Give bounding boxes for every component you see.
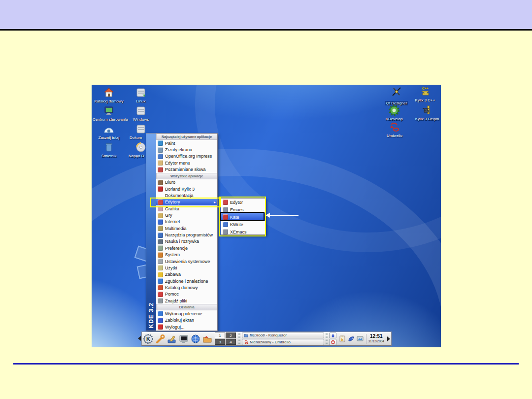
- desktop-icon-label: Linux: [125, 99, 157, 103]
- pencil-desk-icon: [167, 334, 177, 344]
- desktop-icon-linux[interactable]: Linux: [125, 87, 157, 103]
- desktop-icon-smietnik[interactable]: Śmietnik: [93, 141, 125, 158]
- trash-icon: [103, 141, 115, 153]
- kmenu-sidebar-label: KDE 3.2: [148, 300, 155, 331]
- desktop-access-button[interactable]: [166, 333, 177, 345]
- submenu-item-label: Kate: [230, 215, 239, 220]
- help-icon: [158, 292, 163, 297]
- umbrello-icon: [244, 340, 248, 344]
- kmenu-item-dokumentacja[interactable]: Dokumentacja: [156, 192, 217, 199]
- annotation-arrow: [270, 215, 299, 216]
- kmenu-item-edytory[interactable]: Edytory▸: [156, 199, 217, 205]
- kmenu-item-label: Katalog domowy: [165, 285, 198, 290]
- kmenu-item-katalog-domowy[interactable]: Katalog domowy: [156, 284, 217, 291]
- graphics-icon: [158, 206, 163, 211]
- logout-button[interactable]: [329, 339, 336, 345]
- desktop-icon-umbrello[interactable]: Umbrello: [378, 121, 411, 138]
- kmenu-item-grafika[interactable]: Grafika: [156, 205, 217, 212]
- konqueror-button[interactable]: [190, 333, 201, 345]
- lock-screen-button[interactable]: [329, 332, 336, 339]
- kmenu-button[interactable]: K: [143, 333, 154, 345]
- home-folder-button[interactable]: [202, 333, 213, 345]
- kmenu-item-pomoc[interactable]: Pomoc: [156, 291, 217, 298]
- desktop-icon-kylix3-delphi[interactable]: Kylix 3 Delphi: [411, 104, 441, 121]
- desktop-icon-kylix3-cpp[interactable]: C++ Kylix 3 C++: [409, 86, 441, 102]
- display-settings-icon[interactable]: [356, 335, 364, 343]
- hard-drive-icon: [135, 105, 147, 117]
- pager-desktop-2[interactable]: 2: [226, 332, 236, 338]
- kmenu-item-impress[interactable]: OpenOffice.org Impress: [156, 153, 217, 160]
- panel-hide-left-arrow[interactable]: [138, 336, 141, 341]
- submenu-item-xemacs[interactable]: XEmacs: [221, 228, 266, 235]
- kmenu-item-preferencje[interactable]: Preferencje: [156, 245, 217, 251]
- task-button-konqueror[interactable]: file:/root/ - Konqueror: [242, 332, 324, 339]
- kmenu-item-zgubione-i-znalezione[interactable]: Zgubione i znalezione: [156, 278, 217, 284]
- submenu-item-emacs[interactable]: Emacs: [221, 206, 266, 213]
- applet-handle[interactable]: [238, 333, 240, 345]
- kmenu-item-wyloguj[interactable]: Wyloguj...: [156, 324, 217, 330]
- panel-hide-right-arrow[interactable]: [387, 336, 390, 341]
- umbrella-figure-icon: [389, 121, 400, 133]
- kwrite-icon: [223, 222, 228, 227]
- kmenu-item-wykonaj-polecenie[interactable]: Wykonaj polecenie...: [156, 310, 217, 317]
- desktop-icon-label: Umbrello: [378, 133, 411, 138]
- desktop-icon-label: Kylix 3 Delphi: [411, 117, 441, 121]
- editors-icon: [158, 200, 163, 205]
- klipper-icon[interactable]: k: [338, 335, 346, 343]
- dvd-disc-icon: [135, 141, 147, 153]
- kmenu-item-uzytki[interactable]: Użytki: [156, 265, 217, 271]
- session-buttons: [329, 332, 336, 345]
- kmenu-item-narzedzia-programistow[interactable]: Narzędzia programistów: [156, 232, 217, 238]
- desktop-icon-windows[interactable]: Windows: [125, 105, 157, 122]
- desktop-icon-label: KDevelop: [378, 117, 410, 121]
- kmenu-item-biuro[interactable]: Biuro: [156, 179, 217, 186]
- kmenu-item-label: Wyloguj...: [165, 325, 184, 330]
- panel-clock[interactable]: 12:51 31/12/2004: [366, 334, 386, 344]
- kmenu-item-gry[interactable]: Gry: [156, 212, 217, 218]
- kmenu-item-internet[interactable]: Internet: [156, 219, 217, 225]
- toys-icon: [158, 272, 163, 277]
- kmenu-item-label: Zrzuty ekranu: [165, 147, 192, 152]
- kmenu-item-label: Internet: [165, 219, 180, 224]
- pager-desktop-4[interactable]: 4: [226, 339, 236, 345]
- kmenu-item-paint[interactable]: Paint: [156, 140, 217, 146]
- kmenu-item-znajdz-pliki[interactable]: Znajdź pliki: [156, 298, 217, 304]
- pager-desktop-3[interactable]: 3: [215, 339, 225, 345]
- desktop-icon-centrum-sterowania[interactable]: Centrum sterowania: [93, 105, 125, 122]
- home-folder-icon: [103, 87, 115, 99]
- kmenu-item-zabawa[interactable]: Zabawa: [156, 271, 217, 278]
- kmenu-item-system[interactable]: System: [156, 252, 217, 258]
- kmenu-item-borland-kylix[interactable]: Borland Kylix 3: [156, 186, 217, 192]
- korganizer-icon[interactable]: [347, 335, 355, 343]
- svg-text:C++: C++: [422, 87, 428, 90]
- submenu-item-edytor[interactable]: Edytor: [221, 199, 266, 206]
- submenu-item-label: Edytor: [230, 200, 243, 205]
- slide: Katalog domowy Linux Centrum sterowania …: [0, 0, 532, 399]
- submenu-item-kwrite[interactable]: KWrite: [221, 221, 266, 228]
- desktop-icon-katalog-domowy[interactable]: Katalog domowy: [93, 87, 125, 103]
- screenshot-icon: [158, 147, 163, 153]
- submenu-item-kate[interactable]: Kate: [221, 213, 266, 221]
- task-button-umbrello[interactable]: Nienazwany - Umbrello: [242, 339, 324, 345]
- folder-icon: [244, 333, 248, 337]
- konsole-button[interactable]: [178, 333, 189, 345]
- kmenu-item-pozamieniane-slowa[interactable]: Pozamieniane słowa: [156, 166, 217, 172]
- desktop-icon-zacznij-tutaj[interactable]: Zacznij tutaj: [93, 123, 125, 140]
- pager-desktop-1[interactable]: 1: [215, 332, 225, 338]
- kmenu-item-edytor-menu[interactable]: Edytor menu: [156, 160, 217, 166]
- kmenu-item-multimedia[interactable]: Multimedia: [156, 225, 217, 232]
- xemacs-icon: [223, 229, 228, 234]
- desktop-icon-label: Katalog domowy: [93, 99, 125, 103]
- kmenu-item-ustawienia-systemowe[interactable]: Ustawienia systemowe: [156, 258, 217, 265]
- desktop-icon-label: Zacznij tutaj: [93, 135, 125, 140]
- terminal-icon: [179, 334, 189, 344]
- settings-launcher-button[interactable]: [155, 333, 166, 345]
- kmenu-section-header: Najczęściej używane aplikacje: [156, 133, 217, 140]
- desktop-icon-qt-designer[interactable]: Qt Designer: [380, 86, 413, 106]
- kmenu-item-zablokuj-ekran[interactable]: Zablokuj ekran: [156, 317, 217, 324]
- applet-handle[interactable]: [326, 333, 328, 345]
- kmenu-item-zrzuty-ekranu[interactable]: Zrzuty ekranu: [156, 146, 217, 153]
- kmenu-item-nauka-i-rozrywka[interactable]: Nauka i rozrywka: [156, 238, 217, 245]
- desktop-icon-kdevelop[interactable]: KDevelop: [378, 104, 410, 121]
- svg-text:k: k: [341, 337, 344, 342]
